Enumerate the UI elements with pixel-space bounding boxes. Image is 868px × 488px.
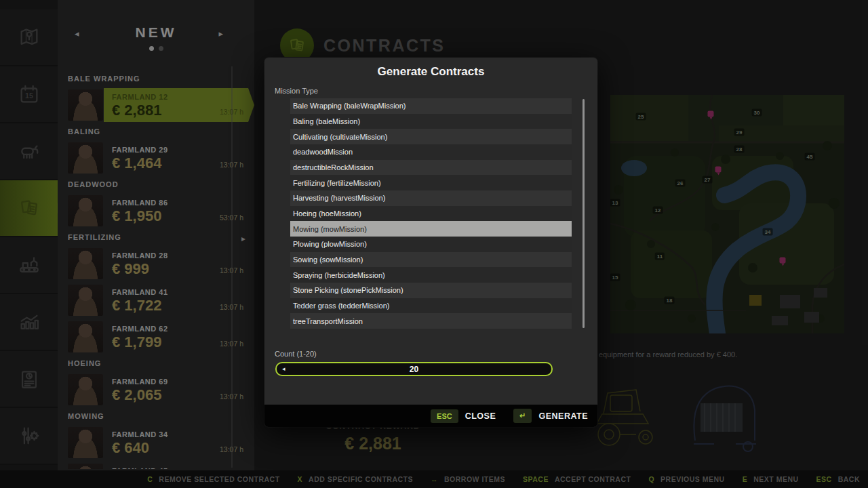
contracts-list-panel: ◂ NEW ▸ BALE WRAPPINGFARMLAND 12€ 2,8811… bbox=[58, 0, 254, 488]
mission-list-scrollbar[interactable] bbox=[583, 99, 585, 328]
hotbar-key: ESC bbox=[816, 475, 832, 483]
panel-title: NEW bbox=[58, 24, 254, 41]
mission-type-label: Mission Type bbox=[275, 87, 318, 95]
contractor-avatar bbox=[68, 321, 103, 352]
keybind-hotbar: CREMOVE SELECTED CONTRACTXADD SPECIFIC C… bbox=[0, 470, 868, 488]
contract-marker-icon bbox=[715, 167, 722, 173]
hotbar-key: E bbox=[743, 475, 748, 483]
contract-marker-icon bbox=[708, 111, 714, 117]
contract-category-label: HOEING bbox=[68, 359, 254, 368]
sidebar-item-production[interactable] bbox=[0, 237, 58, 294]
hotbar-action[interactable]: XADD SPECIFIC CONTRACTS bbox=[298, 475, 413, 483]
hotbar-action[interactable]: CREMOVE SELECTED CONTRACT bbox=[147, 475, 279, 483]
hotbar-key: C bbox=[147, 475, 153, 483]
panel-scroll-arrow-icon[interactable]: ▸ bbox=[241, 234, 245, 243]
mission-type-option[interactable]: Cultivating (cultivateMission) bbox=[290, 129, 572, 144]
contractor-avatar bbox=[68, 427, 103, 458]
contractor-avatar bbox=[68, 248, 103, 279]
panel-scrollbar[interactable] bbox=[231, 66, 233, 468]
sidebar-item-contracts[interactable] bbox=[0, 180, 58, 237]
map-field-number: 13 bbox=[610, 199, 620, 207]
hotbar-action[interactable]: QPREVIOUS MENU bbox=[648, 475, 724, 483]
sidebar-item-map[interactable] bbox=[0, 9, 58, 66]
mission-type-option[interactable]: Spraying (herbicideMission) bbox=[290, 267, 572, 283]
mission-type-option[interactable]: Mowing (mowMission) bbox=[290, 221, 572, 237]
contract-farmland-title: FARMLAND 69 bbox=[112, 378, 254, 386]
mission-type-option[interactable]: Sowing (sowMission) bbox=[290, 252, 572, 268]
contractor-avatar bbox=[68, 89, 103, 121]
cow-icon bbox=[18, 140, 41, 163]
map-building-yellow bbox=[749, 295, 762, 306]
hotbar-action[interactable]: ESCBACK bbox=[816, 475, 860, 483]
contract-list-item[interactable]: FARMLAND 28€ 99913:07 h bbox=[68, 247, 254, 281]
hotbar-key: X bbox=[298, 475, 303, 483]
contract-category-label: MOWING bbox=[68, 412, 254, 421]
next-page-arrow-icon[interactable]: ▸ bbox=[218, 28, 223, 39]
contractor-avatar bbox=[68, 195, 103, 226]
map-terrain bbox=[610, 95, 844, 333]
sidebar-item-calendar[interactable]: 15 bbox=[0, 66, 58, 123]
svg-text:15: 15 bbox=[25, 92, 33, 100]
contracts-icon bbox=[18, 197, 41, 220]
mission-type-option[interactable]: deadwoodMission bbox=[290, 144, 572, 160]
tractor-icon bbox=[597, 390, 652, 445]
hotbar-action[interactable]: ENEXT MENU bbox=[743, 475, 799, 483]
mission-type-option[interactable]: Stone Picking (stonePickMission) bbox=[290, 283, 572, 298]
contract-list-item[interactable]: FARMLAND 34€ 64013:07 h bbox=[68, 426, 254, 460]
contract-farmland-title: FARMLAND 86 bbox=[112, 199, 254, 207]
enter-key-badge: ↵ bbox=[513, 409, 532, 423]
contract-list-item[interactable]: FARMLAND 12€ 2,88113:07 h bbox=[68, 88, 254, 122]
contract-list-item[interactable]: FARMLAND 45 bbox=[68, 462, 254, 469]
contract-farmland-title: FARMLAND 28 bbox=[112, 251, 254, 260]
contract-info-text: equipment for a reward reduced by € 400. bbox=[599, 350, 863, 359]
contract-farmland-title: FARMLAND 12 bbox=[112, 93, 254, 101]
hotbar-key: ↔ bbox=[431, 475, 438, 483]
contract-category-label: BALING bbox=[68, 127, 254, 136]
generate-button[interactable]: GENERATE bbox=[538, 411, 588, 421]
map-field-number: 25 bbox=[636, 113, 646, 121]
mission-type-option[interactable]: Fertilizing (fertilizeMission) bbox=[290, 175, 572, 190]
slider-decrease-arrow-icon[interactable]: ◂ bbox=[282, 362, 285, 376]
contract-list-item[interactable]: FARMLAND 29€ 1,46413:07 h bbox=[68, 141, 254, 175]
contractor-avatar bbox=[68, 464, 103, 469]
sidebar-item-statistics[interactable] bbox=[0, 294, 58, 351]
hotbar-action[interactable]: SPACEACCEPT CONTRACT bbox=[523, 475, 631, 483]
farmland-map[interactable]: 25302928452726131234111518 bbox=[610, 95, 844, 333]
mission-type-option[interactable]: Tedder grass (tedderMission) bbox=[290, 298, 572, 314]
hotbar-action-label: BORROW ITEMS bbox=[444, 475, 505, 483]
contract-list-item[interactable]: FARMLAND 69€ 2,06513:07 h bbox=[68, 373, 254, 407]
mission-type-option[interactable]: Hoeing (hoeMission) bbox=[290, 206, 572, 222]
contract-list-item[interactable]: FARMLAND 86€ 1,95053:07 h bbox=[68, 194, 254, 228]
sidebar-item-settings[interactable] bbox=[0, 408, 58, 465]
sidebar-item-finances[interactable] bbox=[0, 351, 58, 408]
dialog-title: Generate Contracts bbox=[264, 65, 597, 79]
production-icon bbox=[18, 253, 41, 277]
mission-type-option[interactable]: destructibleRockMission bbox=[290, 160, 572, 176]
count-slider[interactable]: ◂ 20 bbox=[275, 362, 553, 376]
contract-category-label: BALE WRAPPING bbox=[68, 75, 254, 83]
page-dots bbox=[58, 46, 254, 51]
map-field-number: 26 bbox=[675, 180, 686, 187]
map-field-number: 12 bbox=[653, 207, 663, 214]
contract-farmland-title: FARMLAND 41 bbox=[112, 288, 254, 296]
contract-list-item[interactable]: FARMLAND 41€ 1,72213:07 h bbox=[68, 283, 254, 317]
map-field-number: 29 bbox=[734, 129, 745, 136]
mission-type-option[interactable]: Baling (baleMission) bbox=[290, 114, 572, 129]
close-button[interactable]: CLOSE bbox=[465, 411, 496, 421]
contract-marker-icon bbox=[780, 258, 786, 264]
hotbar-action[interactable]: ↔BORROW ITEMS bbox=[431, 475, 505, 483]
mission-type-option[interactable]: Bale Wrapping (baleWrapMission) bbox=[290, 98, 572, 114]
contract-reward-value: € 2,881 bbox=[298, 434, 448, 453]
page-dot[interactable] bbox=[159, 46, 163, 51]
page-dot[interactable] bbox=[149, 46, 154, 51]
sidebar-item-animals[interactable] bbox=[0, 123, 58, 180]
generate-contracts-dialog: Generate Contracts Mission Type Bale Wra… bbox=[264, 58, 597, 427]
mission-type-option[interactable]: Plowing (plowMission) bbox=[290, 237, 572, 252]
mission-type-option[interactable]: treeTransportMission bbox=[290, 313, 572, 329]
hotbar-key: Q bbox=[648, 475, 654, 483]
mission-type-option[interactable]: Harvesting (harvestMission) bbox=[290, 190, 572, 206]
map-field-number: 30 bbox=[752, 109, 762, 117]
contract-list-item[interactable]: FARMLAND 62€ 1,79913:07 h bbox=[68, 320, 254, 354]
contract-farmland-title: FARMLAND 34 bbox=[112, 430, 254, 439]
contractor-avatar bbox=[68, 285, 103, 316]
